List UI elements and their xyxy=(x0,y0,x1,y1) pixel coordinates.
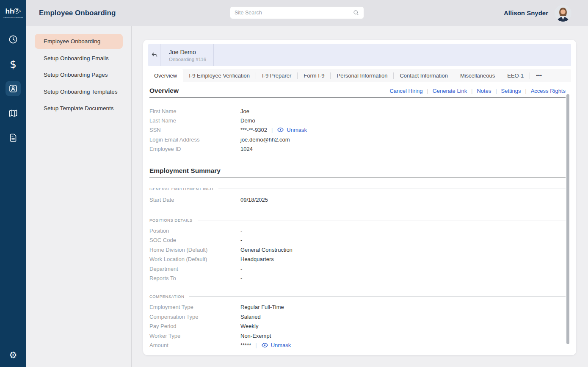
avatar[interactable] xyxy=(555,5,571,22)
back-arrow-icon xyxy=(151,52,158,59)
search-icon xyxy=(353,9,359,16)
dollar-icon[interactable]: $ xyxy=(6,56,21,72)
action-notes[interactable]: Notes xyxy=(477,88,491,94)
field-row: Reports To- xyxy=(149,273,566,283)
field-value-text: Demo xyxy=(240,117,255,124)
sidebar-item-label: Setup Onboarding Pages xyxy=(44,72,108,78)
employment-divider xyxy=(149,178,566,178)
vertical-scrollbar[interactable] xyxy=(566,94,569,344)
record-name: Joe Demo xyxy=(169,49,206,56)
sidebar-item-setup-onboarding-pages[interactable]: Setup Onboarding Pages xyxy=(35,67,123,82)
action-generate-link[interactable]: Generate Link xyxy=(433,88,467,94)
field-label: Work Location (Default) xyxy=(149,256,240,262)
field-row: Amount*****|Unmask xyxy=(149,340,566,350)
action-cancel-hiring[interactable]: Cancel Hiring xyxy=(389,88,422,94)
field-label: Home Division (Default) xyxy=(149,247,240,253)
field-value: Joe xyxy=(240,108,249,114)
people-icon[interactable] xyxy=(6,81,21,96)
section-title-employment-summary: Employment Summary xyxy=(149,167,566,175)
field-value: - xyxy=(240,275,242,281)
field-value-text: joe.demo@hh2.com xyxy=(240,136,290,143)
field-value: Demo xyxy=(240,117,255,124)
sidebar-item-setup-onboarding-templates[interactable]: Setup Onboarding Templates xyxy=(35,84,123,99)
tab-form-i-9[interactable]: Form I-9 xyxy=(298,69,330,82)
field-label: Last Name xyxy=(149,117,240,124)
field-value-text: 09/18/2025 xyxy=(240,197,268,203)
field-label: Position xyxy=(149,228,240,234)
tab-contact-information[interactable]: Contact Information xyxy=(394,69,453,82)
employment-group: COMPENSATIONEmployment TypeRegular Full-… xyxy=(149,294,566,350)
field-row: Employment TypeRegular Full-Time xyxy=(149,303,566,312)
search-input[interactable] xyxy=(235,10,353,16)
unmask-label: Unmask xyxy=(287,127,307,133)
unmask-separator: | xyxy=(271,127,273,133)
field-label: Pay Period xyxy=(149,323,240,329)
unmask-link[interactable]: Unmask xyxy=(261,342,291,349)
group-heading-text: GENERAL EMPLOYMENT INFO xyxy=(149,186,213,191)
field-row: First NameJoe xyxy=(149,106,566,116)
hh2-logo-tagline: Construction Connected xyxy=(3,17,23,19)
field-value-text: Regular Full-Time xyxy=(240,304,284,310)
field-label: Worker Type xyxy=(149,333,240,339)
field-value-text: Weekly xyxy=(240,323,258,329)
sidebar-item-label: Setup Onboarding Templates xyxy=(44,89,118,95)
sidebar-item-setup-onboarding-emails[interactable]: Setup Onboarding Emails xyxy=(35,51,123,66)
map-icon[interactable] xyxy=(6,106,21,121)
eye-icon xyxy=(277,126,284,133)
employment-group: GENERAL EMPLOYMENT INFOStart Date09/18/2… xyxy=(149,186,566,204)
field-value-text: - xyxy=(240,237,242,243)
field-value: Weekly xyxy=(240,323,258,329)
tab-overview[interactable]: Overview xyxy=(148,69,183,82)
field-value-text: ***** xyxy=(240,342,251,348)
tab-i-9-employee-verification[interactable]: I-9 Employee Verification xyxy=(183,69,256,82)
action-settings[interactable]: Settings xyxy=(501,88,521,94)
tab-eeo-1[interactable]: EEO-1 xyxy=(501,69,530,82)
field-value: Regular Full-Time xyxy=(240,304,284,310)
field-label: Reports To xyxy=(149,275,240,281)
field-value: 1024 xyxy=(240,146,253,152)
clock-icon[interactable] xyxy=(6,32,21,47)
group-heading: GENERAL EMPLOYMENT INFO xyxy=(149,186,566,192)
field-row: Work Location (Default)Headquarters xyxy=(149,255,566,264)
field-value: - xyxy=(240,228,242,234)
tab-personal-information[interactable]: Personal Information xyxy=(331,69,393,82)
tab-i-9-preparer[interactable]: I-9 Preparer xyxy=(256,69,297,82)
field-value: ***-**-9302|Unmask xyxy=(240,126,307,133)
group-heading-text: COMPENSATION xyxy=(149,294,184,299)
module-sidebar: Employee OnboardingSetup Onboarding Emai… xyxy=(26,26,132,367)
group-heading: POSITIONS DETAILS xyxy=(149,217,566,223)
action-separator: | xyxy=(427,88,428,94)
field-value: - xyxy=(240,266,242,272)
field-value-text: Salaried xyxy=(240,314,261,320)
site-search[interactable] xyxy=(230,6,364,19)
hh2-logo[interactable]: hh2: Construction Connected xyxy=(0,0,26,26)
field-value-text: - xyxy=(240,275,242,281)
field-row: Start Date09/18/2025 xyxy=(149,195,566,204)
field-value-text: ***-**-9302 xyxy=(240,127,267,133)
sidebar-item-setup-template-documents[interactable]: Setup Template Documents xyxy=(35,101,123,116)
app-rail: hh2: Construction Connected $ ⚙ xyxy=(0,0,26,367)
group-heading-rule xyxy=(218,189,566,189)
field-label: Login Email Address xyxy=(149,136,240,143)
tab-miscellaneous[interactable]: Miscellaneous xyxy=(454,69,501,82)
field-value-text: General Construction xyxy=(240,247,293,253)
field-value: Salaried xyxy=(240,314,261,320)
settings-gear-icon[interactable]: ⚙ xyxy=(9,350,17,360)
unmask-separator: | xyxy=(255,342,257,348)
record-subtitle: Onboarding #116 xyxy=(169,57,206,62)
field-value: *****|Unmask xyxy=(240,342,291,349)
action-access-rights[interactable]: Access Rights xyxy=(531,88,566,94)
record-identity: Joe Demo Onboarding #116 xyxy=(160,44,214,66)
field-row: SSN***-**-9302|Unmask xyxy=(149,125,566,135)
user-name: Allison Snyder xyxy=(504,9,548,17)
unmask-link[interactable]: Unmask xyxy=(277,126,307,133)
user-menu[interactable]: Allison Snyder xyxy=(504,5,571,22)
back-button[interactable] xyxy=(148,44,160,66)
sidebar-item-label: Employee Onboarding xyxy=(44,38,100,44)
record-actions: Cancel Hiring|Generate Link|Notes|Settin… xyxy=(389,88,566,94)
top-header: Employee Onboarding Allison Snyder xyxy=(26,0,588,26)
document-icon[interactable] xyxy=(6,130,21,145)
tab-more-overflow[interactable]: ••• xyxy=(530,69,548,82)
field-value-text: Non-Exempt xyxy=(240,333,271,339)
sidebar-item-employee-onboarding[interactable]: Employee Onboarding xyxy=(35,34,123,49)
